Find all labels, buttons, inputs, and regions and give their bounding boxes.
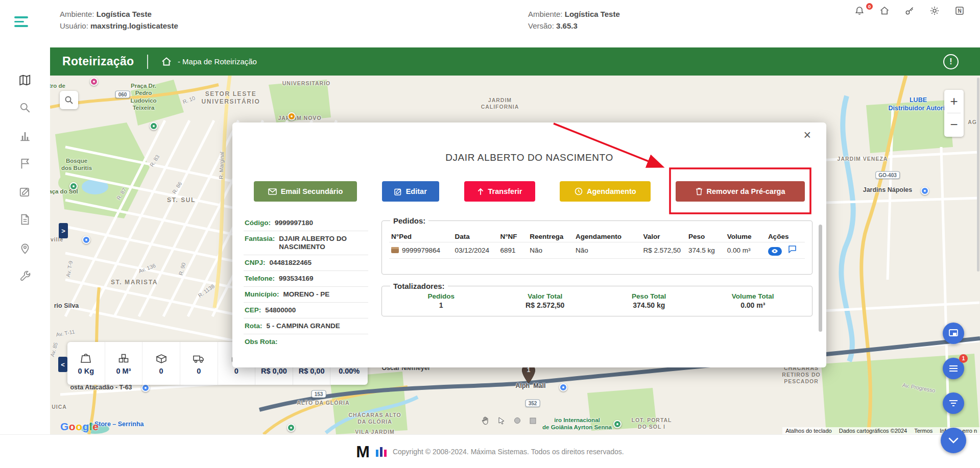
google-logo[interactable]: Google: [60, 421, 99, 433]
sidebar-item-tools[interactable]: [19, 270, 32, 283]
sidebar-nav: [0, 47, 50, 434]
map-poi[interactable]: [613, 420, 622, 428]
col-acoes: Ações: [766, 231, 805, 242]
eye-icon: [771, 249, 778, 254]
col-reentrega: Reentrega: [528, 231, 573, 242]
sidebar-item-reports[interactable]: [19, 130, 32, 143]
copyright-text: Copyright © 2008-2024. Máxima Sistemas. …: [393, 448, 624, 456]
modal-scrollbar[interactable]: [819, 225, 822, 332]
zoom-out-button[interactable]: −: [944, 113, 964, 136]
panel-expand-button[interactable]: >: [59, 223, 68, 238]
editar-button[interactable]: Editar: [382, 181, 439, 202]
detail-row: Fantasia:DJAIR ALBERTO DO NASCIMENTO: [244, 231, 368, 255]
map-drawing-tools: [482, 416, 536, 427]
cell-reentrega: Não: [528, 242, 573, 259]
fab-filter-button[interactable]: [943, 392, 964, 414]
map-poi[interactable]: [90, 78, 98, 86]
zoom-in-button[interactable]: +: [944, 90, 964, 113]
notes-icon[interactable]: N: [954, 5, 965, 16]
stat-weight: 0 Kg: [67, 342, 105, 385]
notifications-bell-icon[interactable]: [854, 5, 865, 16]
map-poi[interactable]: [921, 187, 929, 195]
trash-icon: [696, 187, 703, 195]
detail-row: Município:MORENO - PE: [244, 287, 368, 303]
svg-text:N: N: [958, 8, 961, 14]
col-agendamento: Agendamento: [573, 231, 641, 242]
sidebar-item-routes[interactable]: [19, 157, 32, 170]
cell-volume: 0.00 m³: [725, 242, 766, 259]
page-header-bar: Roteirização - Mapa de Roteirização !: [50, 47, 980, 76]
sidebar-item-search[interactable]: [19, 102, 32, 115]
clock-icon: [575, 187, 583, 195]
alert-button[interactable]: !: [943, 54, 959, 69]
fab-overlay-button[interactable]: [943, 323, 964, 344]
remover-pre-carga-button[interactable]: Remover da Pré-carga: [676, 181, 805, 202]
maxima-logo-bars: [376, 447, 387, 457]
breadcrumb-home-icon[interactable]: [161, 57, 172, 66]
sidebar-item-edit[interactable]: [19, 186, 32, 199]
scrollbar[interactable]: [977, 78, 979, 272]
ambiente2-value: Logística Teste: [565, 10, 620, 18]
map-tool-square-icon[interactable]: [530, 417, 536, 426]
map-tool-hand-icon[interactable]: [482, 416, 489, 427]
sidebar-item-map[interactable]: [19, 74, 32, 87]
cell-valor: R$ 2.572,50: [641, 242, 686, 259]
map-poi[interactable]: [82, 236, 90, 244]
stats-collapse-button[interactable]: <: [58, 357, 67, 372]
orders-panel: Pedidos: N°Ped Data N°NF Reentrega Agend…: [381, 212, 812, 316]
map-tool-cursor-icon[interactable]: [498, 417, 505, 427]
pedido-row[interactable]: 9999979864 03/12/2024 6891 Não Não R$ 2.…: [389, 242, 805, 259]
col-nnf: N°NF: [498, 231, 528, 242]
hamburger-menu-icon[interactable]: [14, 16, 30, 29]
map-poi[interactable]: [288, 112, 296, 120]
map-poi[interactable]: [69, 182, 78, 190]
order-comment-button[interactable]: [788, 245, 797, 253]
chevron-down-icon: [948, 437, 959, 444]
package-icon: [391, 247, 399, 253]
usuario-value: maxstring.logisticateste: [90, 21, 178, 30]
pedidos-legend: Pedidos:: [390, 216, 428, 225]
map-zoom-control: + −: [944, 90, 964, 137]
map-poi[interactable]: [150, 122, 158, 130]
map-search-button[interactable]: [60, 91, 78, 109]
sidebar-item-location[interactable]: [19, 242, 32, 255]
detail-row: Obs Rota:: [244, 334, 368, 350]
stat-trucks: 0: [180, 342, 218, 385]
agendamento-button[interactable]: Agendamento: [560, 181, 651, 202]
cell-nnf: 6891: [498, 242, 528, 259]
col-peso: Peso: [686, 231, 725, 242]
key-icon[interactable]: [904, 5, 915, 16]
detail-row: CEP:54800000: [244, 303, 368, 318]
transferir-button[interactable]: Transferir: [464, 181, 535, 202]
footer: M Copyright © 2008-2024. Máxima Sistemas…: [0, 434, 980, 468]
fab-collapse-button[interactable]: [941, 428, 966, 453]
envelope-icon: [268, 188, 277, 195]
cell-acoes: [766, 242, 805, 259]
attrib-shortcuts[interactable]: Atalhos do teclado: [785, 428, 832, 434]
comment-icon: [788, 245, 797, 253]
map-poi[interactable]: [141, 384, 150, 392]
map-tool-circle-icon[interactable]: [514, 417, 521, 426]
pedidos-section: Pedidos: N°Ped Data N°NF Reentrega Agend…: [381, 216, 812, 275]
notification-badge: 0: [865, 2, 874, 11]
cell-peso: 374.5 kg: [686, 242, 725, 259]
divider: [147, 55, 148, 69]
home-icon[interactable]: [879, 5, 890, 16]
total-volume: Volume Total 0.00 m³: [701, 292, 805, 309]
col-valor: Valor: [641, 231, 686, 242]
map-poi[interactable]: [559, 383, 567, 391]
map-poi[interactable]: [287, 424, 295, 432]
sidebar-item-documents[interactable]: [19, 213, 32, 227]
email-secundario-button[interactable]: Email Secundário: [254, 181, 357, 202]
attrib-terms[interactable]: Termos: [914, 428, 933, 434]
client-modal: × DJAIR ALBERTO DO NASCIMENTO Email Secu…: [232, 122, 826, 367]
modal-actions: Email Secundário Editar Transferir Agend…: [254, 181, 805, 202]
total-peso: Peso Total 374.50 kg: [597, 292, 701, 309]
settings-gear-icon[interactable]: [929, 5, 940, 16]
list-icon: [949, 365, 958, 372]
ambiente-label: Ambiente:: [60, 10, 94, 18]
total-pedidos: Pedidos 1: [389, 292, 493, 309]
client-details: Código:9999997180 Fantasia:DJAIR ALBERTO…: [244, 215, 368, 350]
view-order-button[interactable]: [768, 247, 782, 256]
close-icon[interactable]: ×: [803, 129, 811, 141]
